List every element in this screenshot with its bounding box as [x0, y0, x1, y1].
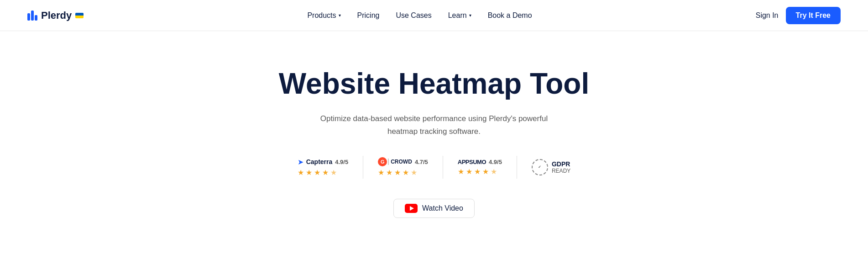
watch-video-label: Watch Video — [422, 204, 463, 212]
star-4: ★ — [482, 167, 489, 176]
divider-2 — [443, 156, 443, 179]
nav-link-book-demo[interactable]: Book a Demo — [488, 11, 532, 20]
logo-text: Plerdy — [41, 10, 72, 21]
star-half: ★ — [330, 168, 337, 177]
nav-item-book-demo[interactable]: Book a Demo — [488, 11, 532, 20]
star-3: ★ — [314, 168, 320, 177]
navbar-actions: Sign In Try It Free — [756, 7, 841, 24]
nav-item-learn[interactable]: Learn ▾ — [448, 11, 471, 20]
appsumo-logo: APPSUMO — [458, 159, 486, 165]
logo-bar-1 — [27, 13, 30, 21]
hero-section: Website Heatmap Tool Optimize data-based… — [0, 31, 868, 245]
capterra-score: 4.9/5 — [335, 159, 348, 165]
nav-menu: Products ▾ Pricing Use Cases Learn ▾ Boo… — [307, 11, 532, 20]
gdpr-badge: ✓ GDPR READY — [532, 159, 570, 175]
nav-item-pricing[interactable]: Pricing — [357, 11, 380, 20]
hero-subtitle: Optimize data-based website performance … — [315, 112, 553, 137]
sign-in-link[interactable]: Sign In — [756, 11, 779, 20]
chevron-down-icon: ▾ — [339, 13, 341, 18]
nav-item-use-cases[interactable]: Use Cases — [396, 11, 431, 20]
star-4: ★ — [403, 168, 409, 177]
g2-badge: G CROWD — [378, 157, 412, 166]
youtube-play-icon — [410, 206, 414, 211]
gdpr-text: GDPR READY — [552, 160, 570, 174]
star-2: ★ — [466, 167, 472, 176]
ratings-row: ➤ Capterra 4.9/5 ★ ★ ★ ★ ★ G CROWD 4.7/5 — [298, 156, 571, 179]
capterra-header: ➤ Capterra 4.9/5 — [298, 158, 349, 166]
youtube-icon — [405, 204, 418, 213]
logo-bar-3 — [35, 15, 37, 21]
star-1: ★ — [298, 168, 304, 177]
gdpr-sublabel: READY — [552, 168, 570, 174]
hero-title: Website Heatmap Tool — [279, 68, 589, 100]
g2-header: G CROWD 4.7/5 — [378, 157, 428, 166]
watch-video-button[interactable]: Watch Video — [393, 199, 475, 218]
appsumo-stars: ★ ★ ★ ★ ★ — [458, 167, 497, 176]
g2-score: 4.7/5 — [415, 159, 428, 165]
flag-yellow — [75, 16, 84, 18]
g2-stars: ★ ★ ★ ★ ★ — [378, 168, 417, 177]
capterra-arrow-icon: ➤ — [298, 158, 303, 166]
navbar: Plerdy Products ▾ Pricing Use Cases Lear… — [0, 0, 868, 31]
nav-link-pricing[interactable]: Pricing — [357, 11, 380, 20]
ukraine-flag — [75, 13, 84, 18]
rating-appsumo: APPSUMO 4.9/5 ★ ★ ★ ★ ★ — [458, 159, 502, 176]
appsumo-header: APPSUMO 4.9/5 — [458, 159, 502, 165]
logo-icon — [27, 11, 37, 21]
nav-item-products[interactable]: Products ▾ — [307, 11, 340, 20]
capterra-logo: Capterra — [306, 158, 333, 165]
g2-circle: G — [378, 157, 387, 166]
nav-link-products[interactable]: Products — [307, 11, 336, 20]
star-3: ★ — [394, 168, 401, 177]
star-2: ★ — [306, 168, 312, 177]
rating-capterra: ➤ Capterra 4.9/5 ★ ★ ★ ★ ★ — [298, 158, 349, 177]
star-half: ★ — [491, 167, 497, 176]
nav-link-use-cases[interactable]: Use Cases — [396, 11, 431, 20]
gdpr-circle-icon: ✓ — [532, 159, 548, 175]
try-free-button[interactable]: Try It Free — [786, 7, 841, 24]
divider-1 — [363, 156, 363, 179]
rating-g2: G CROWD 4.7/5 ★ ★ ★ ★ ★ — [378, 157, 428, 177]
nav-link-learn[interactable]: Learn — [448, 11, 467, 20]
divider-3 — [517, 156, 517, 179]
star-4: ★ — [322, 168, 329, 177]
logo-bar-2 — [31, 11, 34, 21]
gdpr-label: GDPR — [552, 160, 570, 168]
star-3: ★ — [474, 167, 481, 176]
star-half: ★ — [411, 168, 417, 177]
chevron-down-icon: ▾ — [469, 13, 471, 18]
logo[interactable]: Plerdy — [27, 10, 84, 21]
star-1: ★ — [458, 167, 464, 176]
g2-crowd-text: CROWD — [388, 159, 412, 165]
appsumo-score: 4.9/5 — [489, 159, 502, 165]
capterra-stars: ★ ★ ★ ★ ★ — [298, 168, 337, 177]
star-1: ★ — [378, 168, 384, 177]
star-2: ★ — [386, 168, 392, 177]
